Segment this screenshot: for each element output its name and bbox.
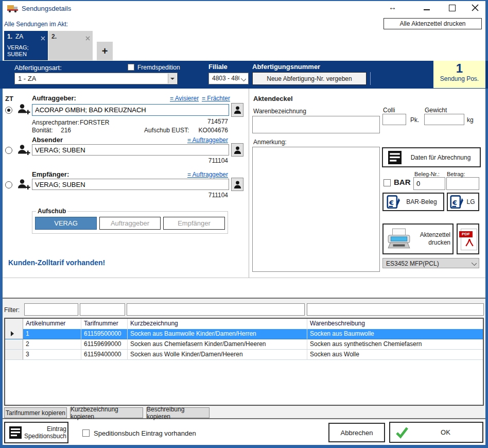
aktendeckel-title: Aktendeckel [253,95,293,102]
avisierer-link[interactable]: = Avisierer [170,95,199,102]
sendung-position-value: 1 [433,62,485,75]
bar-checkbox[interactable] [384,179,391,186]
pdf-banner: PDF [459,231,473,237]
speditionsbuch-checkbox[interactable] [82,429,90,437]
empfaenger-auftraggeber-link[interactable]: = Auftraggeber [184,171,228,178]
table-header-row: Artikelnummer Tarifnummer Kurzbezeichnun… [5,319,483,329]
empfaenger-radio[interactable] [5,181,12,188]
row-selector-cell[interactable] [5,339,23,350]
daten-abrechnung-button[interactable]: Daten für Abrechnung [382,147,481,167]
absender-input[interactable] [32,144,229,156]
aufschub-empfaenger-button[interactable]: Empfänger [163,217,225,230]
auftraggeber-contact-button[interactable] [231,103,243,117]
speditionsbuch-checkbox-label: Speditionsbuch Eintrag vorhanden [94,429,196,437]
cell-artikelnummer: 2 [23,339,81,350]
cancel-button[interactable]: Abbrechen [328,423,385,442]
window-title: Sendungsdetails [22,5,71,12]
lg-label: LG [463,198,478,205]
column-header[interactable]: Tarifnummer [81,319,128,330]
colli-input[interactable] [382,114,406,125]
print-all-aktenzettel-button[interactable]: Alle Aktenzettel drucken [384,18,482,29]
bonitaet-label: Bonität: [32,127,53,134]
close-icon[interactable] [471,4,479,14]
daten-abrechnung-label: Daten für Abrechnung [402,154,480,161]
beleg-input[interactable] [413,177,445,190]
aufschub-verag-button[interactable]: VERAG [35,217,97,230]
tab-shipment-1[interactable]: 1. ZA VERAG; SUBEN [4,31,48,60]
gewicht-input[interactable] [424,114,464,125]
sendung-position-panel: 1 Sendung Pos. [433,61,485,88]
empfaenger-contact-button[interactable] [231,178,243,191]
column-header[interactable]: Kurzbezeichnung [128,319,307,330]
add-contact-icon[interactable] [17,178,30,193]
app-icon [7,4,19,15]
fremdspedition-checkbox[interactable] [128,64,134,71]
tab1-close-icon[interactable] [41,33,45,43]
empfaenger-input[interactable] [32,179,229,190]
speditionsbuch-label-2: Speditionsbuch [24,433,66,440]
abfertigungsart-select[interactable]: 1 - ZA [14,73,178,84]
eintrag-speditionsbuch-button[interactable]: Eintrag Speditionsbuch [4,422,68,443]
column-header[interactable]: Warenbeschreibung [307,319,483,330]
colli-unit: Pk. [410,116,419,124]
tab2-close-icon[interactable] [85,33,90,43]
table-row[interactable]: 1 61159500000 Socken aus Baumwolle Kinde… [5,329,483,339]
absender-contact-button[interactable] [231,143,243,157]
dropdown-arrow-icon[interactable] [168,74,177,83]
checkmark-icon [395,426,409,439]
pdf-button[interactable]: PDF [457,223,479,254]
row-selector-cell[interactable] [5,329,23,339]
add-shipment-button[interactable]: + [97,42,113,60]
cell-kurzbezeichnung: Socken aus Baumwolle Kinder/Damen/Herren [128,329,307,339]
absender-kundennummer: 711104 [177,157,228,164]
lg-button[interactable]: € LG [447,193,479,211]
copy-tarifnummer-button[interactable]: Tarifnummer kopieren [4,407,67,418]
add-contact-icon[interactable] [17,103,30,117]
zt-label: ZT [5,95,13,102]
ok-button[interactable]: OK [389,422,483,443]
gewicht-unit: kg [467,116,474,124]
add-contact-icon[interactable] [17,144,30,158]
resize-icon[interactable]: ↔ [389,3,396,11]
aufschub-auftraggeber-button[interactable]: Auftraggeber [99,217,161,230]
cell-tarifnummer: 61159699000 [81,339,128,350]
chevron-down-icon [241,76,246,81]
aktenzettel-drucken-button[interactable]: Aktenzettel drucken [382,223,454,254]
warenbezeichnung-input[interactable] [252,116,380,133]
copy-beschreibung-button[interactable]: Beschreibung kopieren [146,407,210,418]
anmerkung-textarea[interactable] [252,147,380,272]
printer-select[interactable]: ES3452 MFP(PCL) [382,258,479,268]
bar-divider [370,72,371,85]
articles-grid: Artikelnummer Tarifnummer Kurzbezeichnun… [4,318,484,406]
row-selector-cell[interactable] [5,350,23,360]
filter-input-warenbeschreibung[interactable] [307,303,484,316]
anmerkung-label: Anmerkung: [253,139,287,146]
betrag-input[interactable] [446,177,479,190]
window-border-top [0,0,488,1]
bar-beleg-button[interactable]: € BAR-Beleg [382,193,444,211]
filter-input-tarifnummer[interactable] [80,303,125,316]
auftraggeber-input[interactable] [32,104,229,116]
table-row[interactable]: 2 61159699000 Socken aus Chemiefasern Ki… [5,339,483,350]
cell-tarifnummer: 61159500000 [81,329,128,339]
column-header[interactable]: Artikelnummer [23,319,81,330]
row-arrow-icon [10,331,14,337]
document-lines-icon [9,426,22,439]
filiale-select[interactable]: 4803 - 480 [208,73,249,84]
cell-tarifnummer: 61159400000 [81,350,128,360]
filter-input-artikelnummer[interactable] [24,303,78,316]
fraechter-link[interactable]: = Frächter [202,95,230,102]
warenbezeichnung-label: Warenbezeichnung [253,108,306,115]
auftraggeber-radio[interactable] [5,107,12,114]
absender-radio[interactable] [5,147,12,154]
tab1-line2: SUBEN [7,51,27,57]
euro-receipt-icon: € [450,195,463,210]
table-row[interactable]: 3 61159400000 Socken aus Wolle Kinder/Da… [5,350,483,360]
minimize-icon[interactable] [424,9,430,10]
neue-abfertigungsnummer-button[interactable]: Neue Abfertigung-Nr. vergeben [252,72,367,85]
filter-input-kurzbezeichnung[interactable] [127,303,305,316]
maximize-icon[interactable] [449,5,456,11]
copy-kurzbezeichnung-button[interactable]: Kurzbezeichnung kopieren [70,407,143,418]
absender-auftraggeber-link[interactable]: = Auftraggeber [184,136,228,144]
tab-shipment-2[interactable]: 2. [48,31,93,60]
